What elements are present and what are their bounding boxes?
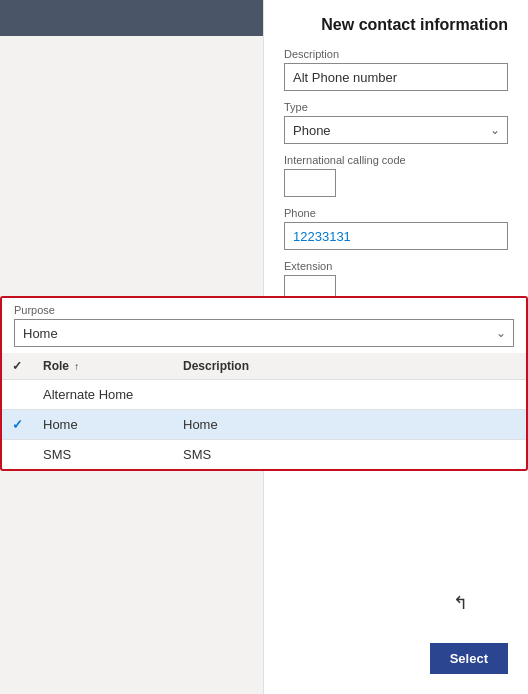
panel-title: New contact information [284,16,508,34]
table-row[interactable]: SMSSMS [2,440,526,470]
select-button[interactable]: Select [430,643,508,674]
table-row[interactable]: Alternate Home [2,380,526,410]
type-select[interactable]: Phone Email Address [284,116,508,144]
purpose-table: ✓ Role ↑ Description Alternate Home✓Home… [2,353,526,469]
row-check-cell [2,440,33,470]
row-description-cell [173,380,526,410]
col-header-check: ✓ [2,353,33,380]
phone-input[interactable] [284,222,508,250]
purpose-row: Purpose Home Business Other ⌄ [2,298,526,353]
row-role-cell: SMS [33,440,173,470]
extension-label: Extension [284,260,508,272]
purpose-select-wrapper: Home Business Other ⌄ [14,319,514,347]
row-check-cell [2,380,33,410]
col-header-description: Description [173,353,526,380]
intl-code-input[interactable] [284,169,336,197]
sort-arrow-role: ↑ [74,361,79,372]
intl-code-field-group: International calling code [284,154,508,197]
purpose-label: Purpose [14,304,514,316]
row-description-cell: SMS [173,440,526,470]
description-field-group: Description [284,48,508,91]
phone-field-group: Phone [284,207,508,250]
type-label: Type [284,101,508,113]
type-field-group: Type Phone Email Address ⌄ [284,101,508,144]
type-select-wrapper: Phone Email Address ⌄ [284,116,508,144]
row-check-cell: ✓ [2,410,33,440]
table-row[interactable]: ✓HomeHome [2,410,526,440]
bottom-area: Select [430,643,508,674]
main-panel: New contact information Description Type… [264,0,528,694]
sidebar-header [0,0,263,36]
row-role-cell: Alternate Home [33,380,173,410]
purpose-select[interactable]: Home Business Other [14,319,514,347]
row-description-cell: Home [173,410,526,440]
col-header-role[interactable]: Role ↑ [33,353,173,380]
row-role-cell: Home [33,410,173,440]
description-input[interactable] [284,63,508,91]
description-label: Description [284,48,508,60]
cursor-icon: ↰ [453,592,468,614]
phone-label: Phone [284,207,508,219]
purpose-dropdown-overlay: Purpose Home Business Other ⌄ ✓ R [0,296,528,471]
table-header-row: ✓ Role ↑ Description [2,353,526,380]
intl-code-label: International calling code [284,154,508,166]
